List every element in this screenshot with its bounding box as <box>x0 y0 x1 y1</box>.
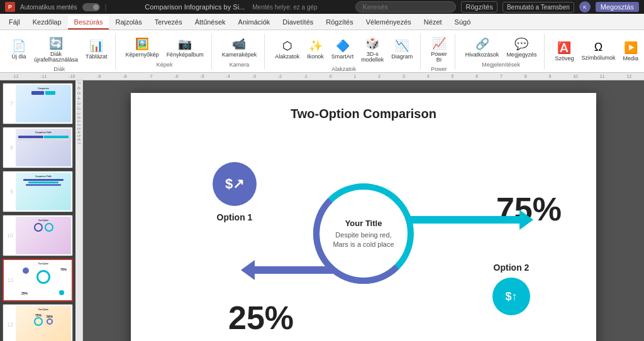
text-button[interactable]: 🅰️ Szöveg <box>552 40 576 63</box>
ribbon-content: 📄 Új dia 🔄 Diákújrafelhasználása 📊 Táblá… <box>0 30 644 73</box>
tab-tervezes[interactable]: Tervezés <box>148 16 189 30</box>
smartart-button[interactable]: 🔷 SmartArt <box>329 38 357 62</box>
screenshot-button[interactable]: 🖼️ Képernyőkép <box>123 36 162 60</box>
table-button[interactable]: 📊 Táblázat <box>83 38 110 62</box>
slide-thumb-9[interactable]: 9 Comparison Table <box>3 171 73 212</box>
tab-velemenyezes[interactable]: Véleményezés <box>360 16 418 30</box>
tab-nezet[interactable]: Nézet <box>418 16 448 30</box>
3dmodels-button[interactable]: 🎲 3D-smodellek <box>358 35 386 65</box>
new-slide-button[interactable]: 📄 Új dia <box>9 38 29 62</box>
present-button[interactable]: Bemutató a Teamsben <box>502 2 574 13</box>
main-area: 7 Comparison 8 Comparison Table <box>0 80 644 341</box>
screenshot-icon: 🖼️ <box>135 37 149 51</box>
table-icon: 📊 <box>89 39 103 53</box>
tab-rogzites[interactable]: Rögzítés <box>319 16 359 30</box>
diagram-icon: 📉 <box>395 39 409 53</box>
smartart-icon: 🔷 <box>336 39 350 53</box>
slides-panel: 7 Comparison 8 Comparison Table <box>0 80 75 341</box>
autosave-toggle[interactable] <box>82 3 100 11</box>
ribbon-group-kamera: 📹 Kameraképek Kamera <box>214 34 265 69</box>
diagram-button[interactable]: 📉 Diagram <box>389 38 415 62</box>
icons-icon: ✨ <box>309 39 323 53</box>
ribbon-group-kamera-label: Kamera <box>230 62 250 68</box>
symbols-icon: Ω <box>594 41 602 54</box>
slide-thumb-10[interactable]: 10 Two-Option <box>3 215 73 256</box>
ribbon-group-hivatkozasok-label: Megjelenítések <box>482 62 520 68</box>
option1-label: Option 1 <box>194 212 275 222</box>
tab-beszuras[interactable]: Beszúrás <box>68 16 109 30</box>
photo-album-icon: 📷 <box>178 37 192 51</box>
filename: Comparison Infographics by Si... <box>145 3 245 11</box>
search-input[interactable] <box>355 1 456 13</box>
tab-file[interactable]: Fájl <box>3 16 26 30</box>
slide-thumb-11[interactable]: 11 Two-Option 75% 25% <box>3 259 73 301</box>
option2-label: Option 2 <box>470 263 552 273</box>
slide-thumb-8[interactable]: 8 Comparison Table <box>3 127 73 168</box>
links-button[interactable]: 🔗 Hivatkozások <box>463 36 502 60</box>
text-icon: 🅰️ <box>557 41 571 55</box>
ribbon-group-hivatkozasok: 🔗 Hivatkozások 💬 Megjegyzés Megjelenítés… <box>458 34 545 69</box>
tab-sugo[interactable]: Súgó <box>448 16 477 30</box>
3dmodels-icon: 🎲 <box>365 36 379 50</box>
tab-animaciok[interactable]: Animációk <box>232 16 277 30</box>
slide-canvas[interactable]: Two-Option Comparison 75% Your Title Des… <box>131 93 596 341</box>
ribbon-group-diak: 📄 Új dia 🔄 Diákújrafelhasználása 📊 Táblá… <box>4 34 116 69</box>
links-icon: 🔗 <box>475 37 489 51</box>
save-location: Mentés helye: ez a gép <box>252 4 317 11</box>
option2-dollar-icon: $↑ <box>505 290 517 303</box>
tab-rajzolas[interactable]: Rajzolás <box>109 16 148 30</box>
ribbon-group-diak-label: Diák <box>53 66 65 72</box>
symbols-button[interactable]: Ω Szimbólumok <box>579 40 618 63</box>
ribbon-group-powerbi: 📈 PowerBI Power BI <box>423 34 455 69</box>
canvas-container: -7 -6 -5 -4 -3 -2 -1 0 1 2 3 4 5 6 7 Two… <box>75 80 644 341</box>
canvas-inner: -7 -6 -5 -4 -3 -2 -1 0 1 2 3 4 5 6 7 Two… <box>75 80 644 341</box>
tab-kezdolap[interactable]: Kezdőlap <box>26 16 68 30</box>
canvas-area[interactable]: Two-Option Comparison 75% Your Title Des… <box>83 80 644 341</box>
option1-icon: $↗ <box>213 162 257 206</box>
title-bar-right: Rögzítés Bemutató a Teamsben K Megosztás <box>461 1 639 13</box>
ruler: -12-11-10-9-8-7-6-5-4-3-2-10123456789101… <box>0 73 644 80</box>
camera-icon: 📹 <box>232 37 246 51</box>
title-bar: P Automatikus mentés | Comparison Infogr… <box>0 0 644 14</box>
icons-button[interactable]: ✨ Ikonok <box>304 38 326 62</box>
app-logo: P <box>5 2 15 12</box>
option2-icon: $↑ <box>492 278 530 315</box>
powerbi-icon: 📈 <box>432 36 446 50</box>
record-button[interactable]: Rögzítés <box>461 1 497 13</box>
pct-25: 25% <box>228 299 294 337</box>
slide-thumb-12[interactable]: 12 Two-Option 75% 50% <box>3 304 73 341</box>
ribbon-group-alakzatok: ⬡ Alakzatok ✨ Ikonok 🔷 SmartArt 🎲 3D-smo… <box>267 34 421 69</box>
shapes-icon: ⬡ <box>282 39 292 53</box>
comments-icon: 💬 <box>514 37 528 51</box>
autosave-label: Automatikus mentés <box>20 4 77 11</box>
slide-title: Two-Option Comparison <box>131 107 596 121</box>
shapes-button[interactable]: ⬡ Alakzatok <box>272 38 302 62</box>
option1-dollar-icon: $↗ <box>225 176 244 192</box>
ribbon-group-alakzatok-label: Alakzatok <box>331 66 356 72</box>
tab-attunések[interactable]: Áttűnések <box>189 16 232 30</box>
new-slide-icon: 📄 <box>12 39 26 53</box>
center-circle-arc <box>313 183 414 284</box>
share-button[interactable]: Megosztás <box>596 2 639 12</box>
ribbon-tabs: Fájl Kezdőlap Beszúrás Rajzolás Tervezés… <box>0 14 644 30</box>
ribbon-group-kepek: 🖼️ Képernyőkép 📷 Fényképalbum Képek <box>118 34 212 69</box>
vertical-ruler: -7 -6 -5 -4 -3 -2 -1 0 1 2 3 4 5 6 7 <box>75 80 83 341</box>
photo-album-button[interactable]: 📷 Fényképalbum <box>164 36 206 60</box>
media-button[interactable]: ▶️ Media <box>620 40 641 63</box>
tab-diavetites[interactable]: Diavetítés <box>276 16 319 30</box>
ribbon-group-text: 🅰️ Szöveg Ω Szimbólumok ▶️ Media 😊 Emoji… <box>547 34 644 69</box>
comments-button[interactable]: 💬 Megjegyzés <box>504 36 539 60</box>
camera-button[interactable]: 📹 Kameraképek <box>219 36 260 60</box>
ribbon-group-kepek-label: Képek <box>157 62 173 68</box>
slide-thumb-7[interactable]: 7 Comparison <box>3 83 73 124</box>
user-avatar: K <box>579 1 591 13</box>
reuse-slides-button[interactable]: 🔄 Diákújrafelhasználása <box>31 35 80 65</box>
title-bar-center: Comparison Infographics by Si... Mentés … <box>111 3 350 11</box>
powerbi-button[interactable]: 📈 PowerBI <box>428 35 450 65</box>
media-icon: ▶️ <box>624 41 638 55</box>
reuse-slides-icon: 🔄 <box>49 36 63 50</box>
